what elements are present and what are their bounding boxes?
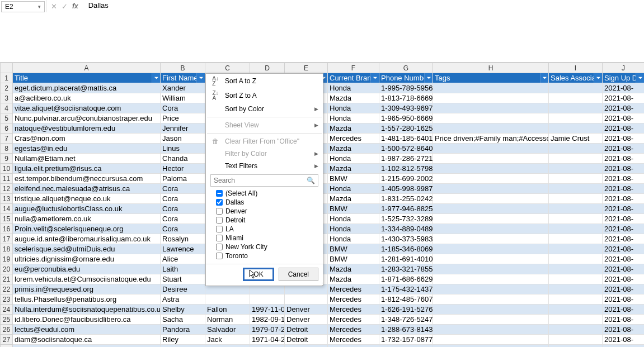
cell[interactable]: diam@sociisnatoque.ca [13, 335, 161, 345]
cell[interactable] [433, 325, 549, 335]
cell[interactable] [433, 264, 549, 274]
cell[interactable]: Linus [161, 144, 205, 154]
cell[interactable] [433, 113, 549, 123]
cell[interactable]: Hector [161, 164, 205, 174]
cell[interactable]: 2021-08- [603, 305, 645, 315]
cell[interactable]: Cora [161, 103, 205, 113]
cell[interactable]: Mercedes [328, 134, 379, 144]
cancel-formula-icon[interactable]: ✕ [51, 2, 57, 11]
select-all-corner[interactable] [1, 63, 13, 73]
cell[interactable]: Dallas [285, 345, 328, 348]
row-header[interactable]: 22 [1, 284, 13, 294]
cell[interactable]: eu@perconubia.edu [13, 264, 161, 274]
cell[interactable]: 2021-08- [603, 284, 645, 294]
cell[interactable] [433, 315, 549, 325]
cell[interactable]: 2021-08- [603, 315, 645, 325]
cell[interactable]: 2021-08- [603, 184, 645, 194]
cell[interactable]: Jennifer [161, 123, 205, 134]
cell[interactable]: 2021-08- [603, 144, 645, 154]
cell[interactable]: scelerisque.sed@utmiDuis.edu [13, 244, 161, 254]
cell[interactable] [549, 264, 603, 274]
row-header[interactable]: 25 [1, 315, 13, 325]
cell[interactable] [549, 305, 603, 315]
row-header[interactable]: 8 [1, 144, 13, 154]
text-filters[interactable]: Text Filters ▶ [206, 160, 323, 172]
cell[interactable]: Honda [328, 113, 379, 123]
cell[interactable]: lectus@eudui.com [13, 325, 161, 335]
row-header[interactable]: 15 [1, 214, 13, 224]
cell[interactable]: tellus.Phasellus@penatibus.org [13, 294, 161, 305]
cell[interactable]: 2021-08- [603, 274, 645, 284]
cell[interactable]: BMW [328, 345, 379, 348]
filter-checkbox[interactable] [216, 253, 223, 259]
row-header[interactable]: 5 [1, 113, 13, 123]
cell[interactable]: Salvador [205, 325, 250, 335]
cell[interactable]: 2021-08- [603, 244, 645, 254]
filter-option[interactable]: LA [216, 225, 318, 234]
cell[interactable]: egestas@in.edu [13, 144, 161, 154]
spreadsheet-grid[interactable]: ABCDEFGHIJ 1TitleFirst NameLast NameDOBO… [0, 63, 644, 347]
table-header-G[interactable]: Phone Number [379, 73, 433, 83]
cell[interactable]: 2021-08- [603, 335, 645, 345]
cell[interactable] [433, 123, 549, 134]
cell[interactable]: 2021-08- [603, 93, 645, 103]
cell[interactable]: 1-965-950-6669 [379, 113, 433, 123]
cell[interactable]: 1-626-191-5276 [379, 305, 433, 315]
filter-button[interactable] [594, 73, 602, 83]
cell[interactable]: Riley [161, 335, 205, 345]
column-header-H[interactable]: H [433, 63, 549, 73]
cell[interactable]: Mazda [328, 144, 379, 154]
table-header-F[interactable]: Current Brand [328, 73, 379, 83]
cell[interactable]: 2021-08- [603, 345, 645, 348]
cell[interactable]: lorem.vehicula.et@Cumsociisnatoque.edu [13, 274, 161, 284]
table-header-B[interactable]: First Name [161, 73, 205, 83]
filter-checkbox[interactable] [216, 226, 223, 232]
cell[interactable]: 1-215-699-2002 [379, 174, 433, 184]
filter-option[interactable]: Detroit [216, 216, 318, 225]
cell[interactable] [549, 204, 603, 214]
filter-search[interactable]: 🔍 [210, 174, 318, 187]
cell[interactable] [433, 335, 549, 345]
cell[interactable]: 2021-08- [603, 154, 645, 164]
cell[interactable]: Mazda [328, 264, 379, 274]
filter-checkbox[interactable] [216, 190, 223, 197]
column-header-D[interactable]: D [250, 63, 285, 73]
row-header[interactable]: 12 [1, 184, 13, 194]
cell[interactable]: est.tempor.bibendum@neccursusa.com [13, 174, 161, 184]
cell[interactable]: natoque@vestibulumlorem.edu [13, 123, 161, 134]
column-header-E[interactable]: E [285, 63, 328, 73]
filter-checkbox[interactable] [216, 235, 223, 241]
cell[interactable]: Mazda [328, 194, 379, 204]
row-header[interactable]: 27 [1, 335, 13, 345]
cell[interactable]: imperdiet.ornare@magnaa.com [13, 345, 161, 348]
cell[interactable]: Nullam@Etiam.net [13, 154, 161, 164]
cell[interactable] [549, 93, 603, 103]
cell[interactable]: Laith [161, 264, 205, 274]
formula-bar-value[interactable]: Dallas [83, 0, 644, 11]
cell[interactable]: 1-500-572-8640 [379, 144, 433, 154]
cell[interactable] [433, 194, 549, 204]
filter-checkbox[interactable] [216, 217, 223, 224]
cell[interactable]: Mazda [328, 123, 379, 134]
filter-option[interactable]: Toronto [216, 251, 318, 260]
cell[interactable] [433, 345, 549, 348]
cell[interactable]: Detroit [285, 335, 328, 345]
sort-a-to-z[interactable]: A↓Z Sort A to Z [206, 74, 323, 88]
cell[interactable]: 1-987-286-2721 [379, 154, 433, 164]
filter-option[interactable]: (Select All) [216, 189, 318, 198]
cell[interactable]: Mercedes [328, 305, 379, 315]
filter-option[interactable]: Miami [216, 234, 318, 243]
filter-button[interactable] [540, 73, 548, 83]
cell[interactable] [549, 315, 603, 325]
cell[interactable]: Stuart [161, 274, 205, 284]
cell[interactable] [433, 164, 549, 174]
cell[interactable]: 2021-08- [603, 224, 645, 234]
row-header[interactable]: 3 [1, 93, 13, 103]
cell[interactable]: 1-283-321-7855 [379, 264, 433, 274]
cell[interactable]: Mazda [328, 274, 379, 284]
cell[interactable]: Nulla.interdum@sociisnatoquepenatibus.co… [13, 305, 161, 315]
cell[interactable]: 2021-08- [603, 264, 645, 274]
cell[interactable]: Cora [161, 214, 205, 224]
cell[interactable]: 2021-08- [603, 204, 645, 214]
table-header-I[interactable]: Sales Associate [549, 73, 603, 83]
